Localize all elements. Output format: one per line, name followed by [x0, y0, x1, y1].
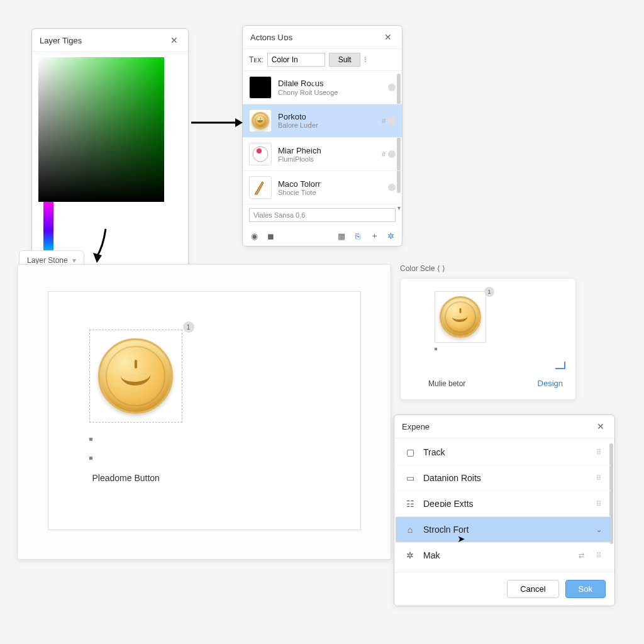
- record-icon[interactable]: ◉: [249, 231, 259, 241]
- expene-list: ▢ Track ⠿ ▭ Datanion Roits ⠿ ☷ Deeᴅie Ex…: [394, 438, 614, 572]
- actions-footer: ◉ ◼ ▦ ⎘ ＋ ✲: [243, 226, 402, 246]
- selection-badge: 1: [183, 321, 194, 333]
- hash-icon: #: [382, 150, 386, 158]
- action-title: Dilale Roꞇus: [278, 79, 382, 89]
- handle[interactable]: [89, 457, 92, 460]
- action-thumb: [249, 143, 272, 165]
- action-subtitle: Chony Roit Useoge: [278, 89, 382, 96]
- info-icon[interactable]: [388, 184, 396, 191]
- action-list: Dilale Roꞇus Chony Roit Useoge Porkoto B…: [243, 71, 402, 226]
- slider-icon[interactable]: ⇄: [579, 552, 585, 560]
- grip-icon[interactable]: ⠿: [596, 448, 602, 457]
- text-label: Tᴇx:: [249, 55, 264, 64]
- preview-badge: 1: [484, 287, 494, 297]
- svg-marker-4: [93, 253, 102, 263]
- info-icon[interactable]: [388, 150, 396, 158]
- arrow-down-curve: [88, 229, 113, 267]
- chevron-down-icon[interactable]: ⌄: [596, 526, 602, 534]
- actions-toolbar: Tᴇx: Sult ⁝: [243, 49, 402, 71]
- action-subtitle: FlumiPlools: [278, 155, 375, 163]
- exp-label: Track: [423, 447, 445, 457]
- actions-title: Actons Uᴅs: [250, 33, 292, 42]
- card-icon: ▭: [404, 472, 416, 484]
- crop-corner-icon: [555, 362, 565, 369]
- action-subtitle: Shocie Tiote: [278, 189, 382, 196]
- exp-label: Strocln Fort: [423, 525, 469, 535]
- close-icon[interactable]: ✕: [168, 34, 180, 47]
- svg-marker-3: [235, 118, 243, 127]
- close-icon[interactable]: ✕: [382, 31, 394, 43]
- exp-label: Deeᴅie Extts: [423, 499, 474, 509]
- exp-item-track[interactable]: ▢ Track ⠿: [396, 440, 611, 465]
- action-title: Maco Tolorr: [278, 179, 382, 189]
- home-icon: ⌂: [404, 524, 416, 535]
- actions-header: Actons Uᴅs ✕: [243, 26, 402, 49]
- close-icon[interactable]: ✕: [594, 420, 607, 433]
- action-title: Porkoto: [278, 112, 375, 121]
- expene-title: Expene: [402, 422, 430, 431]
- action-thumb: [249, 109, 272, 132]
- grip-icon[interactable]: ⠿: [596, 500, 602, 508]
- action-title: Miar Pheich: [278, 146, 375, 155]
- hash-icon: #: [382, 117, 386, 125]
- expene-header: Expene ✕: [394, 415, 614, 438]
- chevron-down-icon: ▾: [72, 256, 76, 265]
- actions-panel: Actons Uᴅs ✕ Tᴇx: Sult ⁝ Dilale Roꞇus Ch…: [242, 25, 402, 247]
- action-item-porkoto[interactable]: Porkoto Balore Luḋer #: [243, 104, 402, 138]
- preview-panel: 1 Mulie betor Design: [400, 278, 576, 400]
- layer-tiges-title: Layer Tiges: [40, 36, 82, 45]
- arrow-right: [191, 116, 243, 131]
- saturation-value-box[interactable]: [38, 57, 164, 202]
- action-subtitle: Balore Luḋer: [278, 121, 375, 130]
- expene-dialog: Expene ✕ ▢ Track ⠿ ▭ Datanion Roits ⠿ ☷ …: [394, 414, 615, 606]
- grip-icon[interactable]: ⠿: [596, 474, 602, 482]
- add-icon[interactable]: ＋: [369, 231, 379, 241]
- action-search-row: [243, 204, 402, 226]
- more-icon[interactable]: ⁝: [364, 55, 367, 64]
- info-icon[interactable]: [388, 84, 396, 91]
- layer-stone-label: Layer Stone: [27, 256, 68, 265]
- exp-label: Datanion Roits: [423, 473, 481, 483]
- layer-tiges-header: Layer Tiges ✕: [32, 29, 188, 52]
- handle[interactable]: [89, 438, 92, 441]
- sok-button[interactable]: Sok: [565, 580, 606, 598]
- action-item-maco[interactable]: Maco Tolorr Shocie Tiote: [243, 171, 402, 204]
- color-scle-label[interactable]: Color Scle ⟨ ⟩: [400, 264, 445, 273]
- action-thumb: [249, 76, 272, 99]
- expene-footer: Cancel Sok: [394, 572, 614, 606]
- link-icon[interactable]: ✲: [386, 231, 396, 241]
- cancel-button[interactable]: Cancel: [507, 580, 558, 598]
- exp-item-datanion[interactable]: ▭ Datanion Roits ⠿: [396, 465, 611, 491]
- color-in-input[interactable]: [267, 53, 325, 67]
- save-icon[interactable]: ⎘: [353, 231, 363, 241]
- design-link[interactable]: Design: [538, 379, 563, 388]
- handle[interactable]: [435, 348, 437, 350]
- selection-box[interactable]: 1: [89, 330, 182, 423]
- canvas[interactable]: 1 Pleadome Button: [48, 291, 361, 530]
- sult-button[interactable]: Sult: [329, 53, 361, 67]
- action-search-input[interactable]: [249, 208, 396, 222]
- exp-item-strocin[interactable]: ⌂ Strocln Fort ⌄ ➤: [396, 517, 611, 543]
- grip-icon[interactable]: ⠿: [596, 552, 602, 560]
- chevron-down-icon[interactable]: ▾: [397, 204, 401, 211]
- canvas-object-label: Pleadome Button: [92, 473, 160, 483]
- action-item-dilale[interactable]: Dilale Roꞇus Chony Roit Useoge: [243, 71, 402, 104]
- canvas-panel: 1 Pleadome Button: [17, 264, 391, 560]
- exp-item-mak[interactable]: ✲ Mak ⇄ ⠿: [396, 543, 611, 568]
- action-item-miar[interactable]: Miar Pheich FlumiPlools #: [243, 138, 402, 171]
- stop-icon[interactable]: ◼: [265, 231, 275, 241]
- info-icon[interactable]: [388, 117, 396, 125]
- calendar-icon: ☷: [404, 498, 416, 509]
- preview-label: Mulie betor: [428, 379, 465, 388]
- monitor-icon: ▢: [404, 447, 416, 458]
- gear-icon: ✲: [404, 550, 416, 561]
- exp-label: Mak: [423, 550, 440, 560]
- exp-item-deegie[interactable]: ☷ Deeᴅie Extts ⠿: [396, 491, 611, 517]
- svg-point-1: [257, 148, 262, 153]
- preview-selection[interactable]: 1: [435, 291, 486, 343]
- action-thumb: [249, 176, 272, 199]
- grid-icon[interactable]: ▦: [336, 231, 347, 241]
